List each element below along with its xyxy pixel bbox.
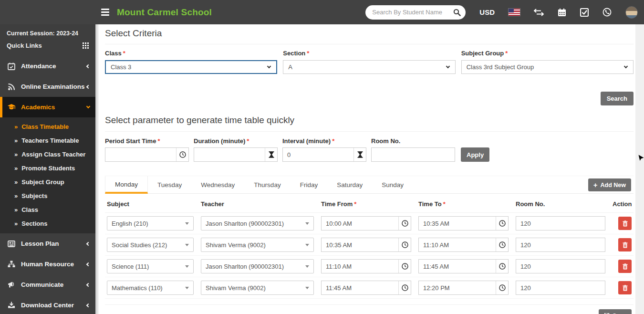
apply-button[interactable]: Apply bbox=[461, 147, 489, 162]
tab-wednesday[interactable]: Wednesday bbox=[191, 176, 244, 193]
clock-icon[interactable] bbox=[496, 281, 508, 294]
sidebar-subitem-sections[interactable]: »Sections bbox=[0, 217, 95, 230]
sidebar-subitem-class[interactable]: »Class bbox=[0, 203, 95, 217]
current-session-label: Current Session: 2023-24 bbox=[0, 24, 95, 38]
delete-row-button[interactable] bbox=[618, 238, 632, 251]
us-flag-icon[interactable] bbox=[509, 9, 520, 16]
subject-group-select[interactable]: Class 3rd Subject Group bbox=[461, 60, 634, 74]
time-from-input[interactable] bbox=[322, 260, 398, 273]
search-button[interactable]: Search bbox=[601, 92, 634, 105]
clock-icon[interactable] bbox=[496, 238, 508, 251]
section-select[interactable]: A bbox=[283, 60, 455, 74]
calendar-check-icon bbox=[7, 63, 16, 70]
period-start-time-input[interactable] bbox=[105, 148, 176, 161]
subject-select[interactable]: Mathematics (110) bbox=[107, 281, 194, 295]
sidebar-item-communicate[interactable]: Communicate bbox=[0, 274, 95, 295]
clock-icon[interactable] bbox=[496, 260, 508, 273]
sidebar-item-label: Lesson Plan bbox=[21, 240, 87, 247]
tab-thursday[interactable]: Thursday bbox=[244, 176, 290, 193]
menu-icon[interactable] bbox=[101, 9, 109, 16]
sidebar-item-online-examinations[interactable]: Online Examinations bbox=[0, 76, 95, 97]
required-marker: * bbox=[123, 50, 125, 57]
tab-tuesday[interactable]: Tuesday bbox=[148, 176, 191, 193]
sidebar-subitem-subject-group[interactable]: »Subject Group bbox=[0, 175, 95, 189]
duration-input[interactable] bbox=[194, 148, 265, 161]
table-row: English (210) Jason Sharlton (900002301) bbox=[105, 213, 634, 234]
chevron-down-icon bbox=[267, 64, 271, 68]
subject-select[interactable]: Science (111) bbox=[107, 259, 194, 273]
clock-icon[interactable] bbox=[496, 217, 508, 230]
clock-icon[interactable] bbox=[398, 238, 411, 251]
subject-group-select-value: Class 3rd Subject Group bbox=[467, 63, 534, 71]
search-input[interactable] bbox=[372, 9, 453, 16]
tab-sunday[interactable]: Sunday bbox=[372, 176, 413, 193]
tab-monday[interactable]: Monday bbox=[105, 176, 148, 194]
save-button[interactable]: Save bbox=[599, 309, 632, 314]
time-from-input[interactable] bbox=[322, 217, 398, 230]
sidebar-scrollbar[interactable] bbox=[95, 24, 99, 314]
tab-friday[interactable]: Friday bbox=[291, 176, 328, 193]
required-marker: * bbox=[354, 200, 356, 208]
delete-row-button[interactable] bbox=[618, 281, 632, 294]
time-to-input[interactable] bbox=[419, 217, 496, 230]
delete-row-button[interactable] bbox=[618, 217, 632, 230]
room-input[interactable] bbox=[516, 238, 605, 252]
teacher-select[interactable]: Shivam Verma (9002) bbox=[201, 281, 314, 295]
time-from-input[interactable] bbox=[322, 238, 398, 251]
quick-links[interactable]: Quick Links bbox=[0, 38, 95, 52]
clock-icon[interactable] bbox=[398, 281, 411, 294]
sidebar-subitem-promote-students[interactable]: »Promote Students bbox=[0, 161, 95, 175]
table-row: Mathematics (110) Shivam Verma (9002) bbox=[105, 277, 634, 299]
time-to-input[interactable] bbox=[419, 260, 496, 273]
caret-down-icon bbox=[305, 244, 309, 246]
room-input[interactable] bbox=[516, 281, 605, 295]
add-new-button[interactable]: +Add New bbox=[588, 178, 631, 191]
time-to-input[interactable] bbox=[419, 238, 496, 251]
sidebar-item-download-center[interactable]: Download Center bbox=[0, 295, 95, 314]
subitem-label: Subjects bbox=[21, 192, 47, 199]
tab-saturday[interactable]: Saturday bbox=[327, 176, 372, 193]
sidebar-item-human-resource[interactable]: Human Resource bbox=[0, 254, 95, 274]
calendar-icon[interactable] bbox=[558, 8, 566, 17]
hourglass-icon bbox=[265, 148, 277, 161]
duration-field: Duration (minute)* bbox=[194, 137, 278, 162]
time-to-input[interactable] bbox=[419, 281, 496, 294]
currency-label[interactable]: USD bbox=[479, 8, 495, 16]
clock-icon[interactable] bbox=[176, 148, 188, 161]
sidebar-subitem-assign-class-teacher[interactable]: »Assign Class Teacher bbox=[0, 147, 95, 161]
sidebar-subitem-teachers-timetable[interactable]: »Teachers Timetable bbox=[0, 134, 95, 147]
caret-down-icon bbox=[305, 287, 309, 289]
user-avatar[interactable] bbox=[625, 6, 638, 19]
whatsapp-icon[interactable] bbox=[602, 8, 612, 17]
required-marker: * bbox=[157, 137, 160, 145]
sidebar-item-academics[interactable]: Academics bbox=[0, 97, 95, 117]
grid-icon[interactable] bbox=[83, 42, 89, 49]
tasks-check-icon[interactable] bbox=[580, 8, 589, 17]
subject-select[interactable]: English (210) bbox=[107, 216, 194, 230]
teacher-select[interactable]: Jason Sharlton (900002301) bbox=[201, 259, 314, 273]
time-from-input[interactable] bbox=[322, 281, 398, 294]
subject-select[interactable]: Social Studies (212) bbox=[107, 238, 194, 252]
sidebar-item-lesson-plan[interactable]: Lesson Plan bbox=[0, 233, 95, 254]
clock-icon[interactable] bbox=[398, 217, 411, 230]
sidebar-subitem-class-timetable[interactable]: »Class Timetable bbox=[0, 120, 95, 134]
room-no-input[interactable] bbox=[371, 147, 455, 162]
class-select-value: Class 3 bbox=[111, 63, 131, 71]
swap-arrows-icon[interactable] bbox=[534, 9, 544, 16]
quick-links-label: Quick Links bbox=[7, 42, 42, 49]
delete-row-button[interactable] bbox=[618, 260, 632, 273]
room-input[interactable] bbox=[516, 216, 605, 230]
top-navbar: Mount Carmel School USD bbox=[0, 0, 644, 24]
chevron-left-icon bbox=[86, 262, 90, 266]
section-select-value: A bbox=[288, 63, 292, 71]
room-input[interactable] bbox=[516, 259, 605, 273]
class-select[interactable]: Class 3 bbox=[105, 60, 277, 74]
section-field: Section* A bbox=[283, 50, 455, 74]
teacher-select[interactable]: Jason Sharlton (900002301) bbox=[201, 216, 314, 230]
teacher-select[interactable]: Shivam Verma (9002) bbox=[201, 238, 314, 252]
sidebar-item-attendance[interactable]: Attendance bbox=[0, 56, 95, 76]
interval-input[interactable] bbox=[283, 148, 353, 161]
clock-icon[interactable] bbox=[398, 260, 411, 273]
search-icon[interactable] bbox=[453, 9, 461, 16]
sidebar-subitem-subjects[interactable]: »Subjects bbox=[0, 189, 95, 203]
